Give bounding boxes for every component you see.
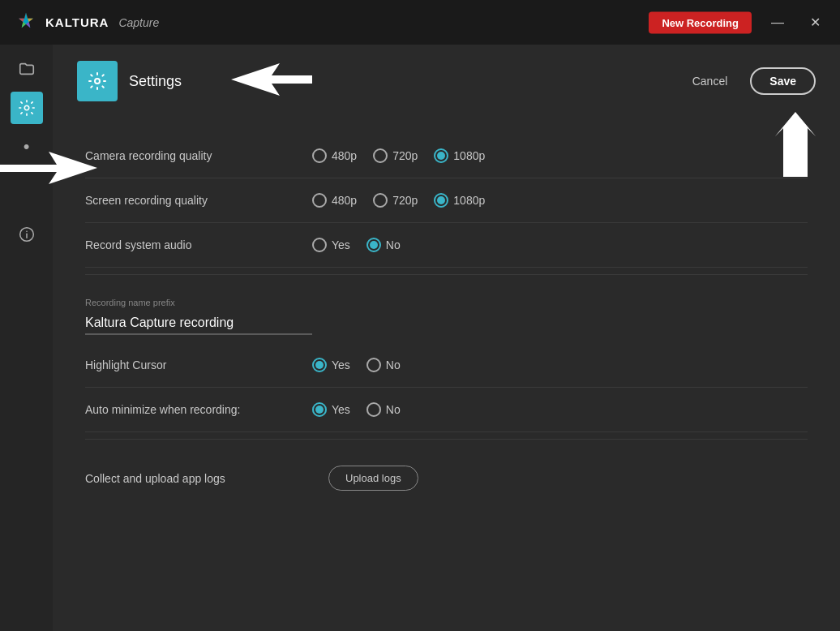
auto-minimize-row: Auto minimize when recording: Yes No (85, 388, 808, 432)
settings-header: Settings Cancel Save (53, 45, 840, 118)
sidebar: • (0, 45, 53, 631)
audio-no-radio[interactable] (366, 238, 381, 252)
screen-quality-row: Screen recording quality 480p 720p 1080p (85, 178, 808, 223)
camera-1080p-option[interactable]: 1080p (434, 148, 485, 163)
prefix-section: Recording name prefix (85, 281, 808, 343)
cursor-yes-radio[interactable] (312, 358, 327, 372)
app-name: KALTURA (45, 15, 109, 29)
screen-1080p-option[interactable]: 1080p (434, 193, 485, 208)
minimize-yes-radio[interactable] (312, 402, 327, 417)
window-controls: New Recording — ✕ (649, 11, 827, 33)
highlight-cursor-row: Highlight Cursor Yes No (85, 343, 808, 388)
minimize-no-radio[interactable] (366, 402, 381, 417)
minimize-button[interactable]: — (765, 13, 791, 32)
cancel-button[interactable]: Cancel (683, 68, 738, 94)
title-bar: KALTURA Capture New Recording — ✕ (0, 0, 840, 45)
camera-720p-option[interactable]: 720p (373, 148, 418, 163)
settings-form: Camera recording quality 480p 720p 1080p (53, 118, 840, 631)
header-actions: Cancel Save (683, 67, 816, 95)
arrow-settings-icon (231, 63, 312, 96)
auto-minimize-label: Auto minimize when recording: (85, 403, 312, 416)
settings-icon (18, 99, 36, 117)
camera-1080p-radio[interactable] (434, 148, 448, 163)
kaltura-logo-icon (13, 10, 39, 36)
new-recording-button[interactable]: New Recording (649, 11, 752, 33)
settings-icon-box (77, 61, 118, 101)
upload-logs-button[interactable]: Upload logs (328, 466, 418, 491)
screen-quality-label: Screen recording quality (85, 194, 312, 207)
folder-icon (18, 60, 36, 78)
prefix-input[interactable] (85, 312, 312, 335)
system-audio-options: Yes No (312, 238, 401, 252)
screen-480p-option[interactable]: 480p (312, 193, 357, 208)
auto-minimize-options: Yes No (312, 402, 401, 417)
camera-quality-row: Camera recording quality 480p 720p 1080p (85, 134, 808, 178)
screen-480p-radio[interactable] (312, 193, 327, 208)
section-divider-2 (85, 439, 808, 440)
cursor-no-option[interactable]: No (366, 358, 401, 372)
svg-point-4 (26, 230, 28, 232)
highlight-cursor-label: Highlight Cursor (85, 358, 312, 371)
screen-720p-radio[interactable] (373, 193, 388, 208)
minimize-yes-option[interactable]: Yes (312, 402, 350, 417)
svg-marker-6 (231, 63, 312, 96)
settings-title: Settings (129, 73, 182, 90)
sidebar-item-recordings[interactable] (11, 53, 43, 85)
svg-point-5 (95, 79, 100, 84)
cursor-yes-option[interactable]: Yes (312, 358, 350, 372)
audio-yes-radio[interactable] (312, 238, 327, 252)
content-area: Settings Cancel Save (53, 45, 840, 631)
upload-logs-label: Collect and upload app logs (85, 472, 312, 485)
app-logo: KALTURA Capture (13, 10, 159, 36)
camera-quality-options: 480p 720p 1080p (312, 148, 485, 163)
screen-1080p-radio[interactable] (434, 193, 448, 208)
screen-720p-option[interactable]: 720p (373, 193, 418, 208)
close-button[interactable]: ✕ (804, 13, 827, 32)
highlight-cursor-options: Yes No (312, 358, 401, 372)
system-audio-label: Record system audio (85, 238, 312, 251)
sidebar-item-status[interactable]: • (11, 131, 43, 163)
app-subtitle: Capture (118, 16, 159, 29)
audio-yes-option[interactable]: Yes (312, 238, 350, 252)
arrow-settings-annotation (231, 63, 312, 99)
system-audio-row: Record system audio Yes No (85, 223, 808, 268)
save-button[interactable]: Save (750, 67, 816, 95)
minimize-no-option[interactable]: No (366, 402, 401, 417)
info-icon (19, 226, 35, 243)
camera-480p-option[interactable]: 480p (312, 148, 357, 163)
upload-logs-section: Collect and upload app logs Upload logs (85, 446, 808, 510)
section-divider-1 (85, 274, 808, 275)
camera-480p-radio[interactable] (312, 148, 327, 163)
camera-720p-radio[interactable] (373, 148, 388, 163)
settings-header-icon (88, 71, 107, 91)
audio-no-option[interactable]: No (366, 238, 401, 252)
camera-quality-label: Camera recording quality (85, 149, 312, 162)
prefix-label: Recording name prefix (85, 298, 808, 307)
app-body: • Settings (0, 45, 840, 631)
sidebar-item-about[interactable] (11, 218, 43, 251)
screen-quality-options: 480p 720p 1080p (312, 193, 485, 208)
cursor-no-radio[interactable] (366, 358, 381, 372)
svg-point-1 (24, 105, 29, 110)
sidebar-item-settings[interactable] (11, 92, 43, 124)
